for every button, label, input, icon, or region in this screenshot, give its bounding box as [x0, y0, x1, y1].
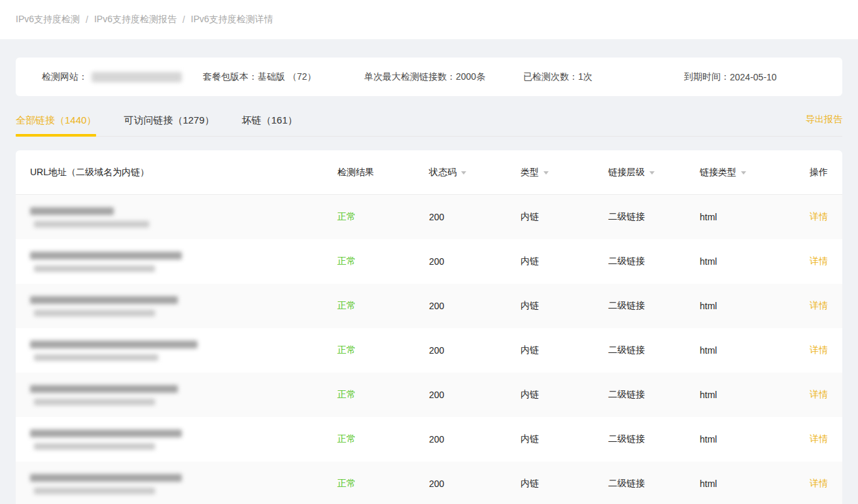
- info-item-max-links: 单次最大检测链接数： 2000条: [364, 71, 523, 83]
- result-status: 正常: [337, 344, 429, 356]
- link-level: 二级链接: [608, 256, 700, 267]
- url-cell: [30, 207, 337, 227]
- caret-down-icon[interactable]: [649, 171, 655, 175]
- link-category: 内链: [521, 211, 608, 223]
- breadcrumb-separator: /: [182, 14, 185, 25]
- max-links-value: 2000条: [456, 71, 485, 83]
- status-code: 200: [429, 390, 521, 400]
- url-cell: [30, 296, 337, 316]
- url-cell: [30, 429, 337, 450]
- link-type: html: [700, 212, 791, 222]
- export-report-link[interactable]: 导出报告: [806, 114, 842, 136]
- column-header-link-type: 链接类型: [700, 167, 791, 178]
- url-redacted: [30, 385, 178, 393]
- table-header: URL地址（二级域名为内链） 检测结果 状态码 类型 链接层级 链接类型: [16, 150, 842, 195]
- detail-link[interactable]: 详情: [810, 300, 828, 312]
- info-item-check-count: 已检测次数： 1次: [523, 71, 684, 83]
- breadcrumb-item-ipv6-detail: IPv6支持度检测详情: [191, 14, 273, 25]
- caret-down-icon[interactable]: [461, 171, 466, 175]
- caret-down-icon[interactable]: [543, 171, 549, 175]
- tabs-bar: 全部链接（1440） 可访问链接（1279） 坏链（161） 导出报告: [16, 107, 842, 137]
- check-count-value: 1次: [578, 71, 592, 83]
- link-category: 内链: [521, 300, 608, 312]
- tab-accessible-links[interactable]: 可访问链接（1279）: [124, 114, 214, 136]
- tab-broken-links[interactable]: 坏链（161）: [242, 114, 298, 136]
- detail-link[interactable]: 详情: [810, 256, 828, 267]
- link-type: html: [700, 301, 791, 311]
- url-subtext-redacted: [34, 399, 155, 405]
- status-code: 200: [429, 301, 521, 311]
- url-subtext-redacted: [34, 354, 158, 361]
- result-status: 正常: [337, 300, 429, 312]
- detail-link[interactable]: 详情: [810, 389, 828, 401]
- info-item-expire-date: 到期时间： 2024-05-10: [684, 71, 777, 83]
- result-status: 正常: [337, 389, 429, 401]
- result-status: 正常: [337, 478, 429, 490]
- table-row: 正常 200 内链 二级链接 html 详情: [16, 373, 842, 417]
- action-cell: 详情: [791, 433, 828, 445]
- table-row: 正常 200 内链 二级链接 html 详情: [16, 239, 842, 284]
- url-cell: [30, 474, 337, 494]
- package-version-value: 基础版 （72）: [258, 71, 316, 83]
- info-item-package-version: 套餐包版本： 基础版 （72）: [203, 71, 364, 83]
- link-type: html: [700, 390, 791, 400]
- link-type: html: [700, 479, 791, 489]
- column-header-action: 操作: [791, 167, 828, 178]
- detail-link[interactable]: 详情: [810, 211, 828, 223]
- table-row: 正常 200 内链 二级链接 html 详情: [16, 417, 842, 462]
- link-type: html: [700, 434, 791, 445]
- url-subtext-redacted: [34, 221, 149, 227]
- column-header-url: URL地址（二级域名为内链）: [30, 167, 337, 178]
- url-subtext-redacted: [34, 488, 155, 494]
- action-cell: 详情: [791, 300, 828, 312]
- breadcrumb-bar: IPv6支持度检测 / IPv6支持度检测报告 / IPv6支持度检测详情: [0, 0, 858, 39]
- result-status: 正常: [337, 256, 429, 267]
- website-label: 检测网站：: [42, 71, 88, 83]
- url-subtext-redacted: [34, 443, 155, 450]
- link-level: 二级链接: [608, 300, 700, 312]
- breadcrumb-item-ipv6-check[interactable]: IPv6支持度检测: [16, 14, 80, 25]
- links-table-card: URL地址（二级域名为内链） 检测结果 状态码 类型 链接层级 链接类型: [16, 150, 842, 504]
- column-header-status-code: 状态码: [429, 167, 521, 178]
- tab-all-links[interactable]: 全部链接（1440）: [16, 114, 96, 136]
- link-level: 二级链接: [608, 478, 700, 490]
- link-category: 内链: [521, 344, 608, 356]
- column-header-result: 检测结果: [337, 167, 429, 178]
- detail-link[interactable]: 详情: [810, 478, 828, 490]
- max-links-label: 单次最大检测链接数：: [364, 71, 456, 83]
- breadcrumb-item-ipv6-report[interactable]: IPv6支持度检测报告: [94, 14, 177, 25]
- url-redacted: [30, 252, 182, 260]
- url-cell: [30, 341, 337, 361]
- table-row: 正常 200 内链 二级链接 html 详情: [16, 328, 842, 373]
- table-row: 正常 200 内链 二级链接 html 详情: [16, 284, 842, 328]
- action-cell: 详情: [791, 211, 828, 223]
- link-category: 内链: [521, 433, 608, 445]
- website-value-redacted: [92, 72, 182, 82]
- tabs: 全部链接（1440） 可访问链接（1279） 坏链（161）: [16, 114, 325, 136]
- url-cell: [30, 252, 337, 272]
- link-type: html: [700, 256, 791, 267]
- status-code: 200: [429, 345, 521, 356]
- status-code: 200: [429, 434, 521, 445]
- link-level: 二级链接: [608, 211, 700, 223]
- link-category: 内链: [521, 256, 608, 267]
- detection-info-card: 检测网站： 套餐包版本： 基础版 （72） 单次最大检测链接数： 2000条 已…: [16, 58, 842, 96]
- status-code: 200: [429, 479, 521, 489]
- column-header-link-level: 链接层级: [608, 167, 700, 178]
- url-redacted: [30, 296, 178, 304]
- link-category: 内链: [521, 389, 608, 401]
- result-status: 正常: [337, 433, 429, 445]
- detail-link[interactable]: 详情: [810, 344, 828, 356]
- url-cell: [30, 385, 337, 405]
- detail-link[interactable]: 详情: [810, 433, 828, 445]
- url-subtext-redacted: [34, 265, 155, 272]
- action-cell: 详情: [791, 344, 828, 356]
- table-row: 正常 200 内链 二级链接 html 详情: [16, 195, 842, 239]
- action-cell: 详情: [791, 389, 828, 401]
- url-redacted: [30, 207, 114, 215]
- status-code: 200: [429, 256, 521, 267]
- caret-down-icon[interactable]: [741, 171, 746, 175]
- url-redacted: [30, 474, 182, 482]
- action-cell: 详情: [791, 256, 828, 267]
- column-header-type: 类型: [521, 167, 608, 178]
